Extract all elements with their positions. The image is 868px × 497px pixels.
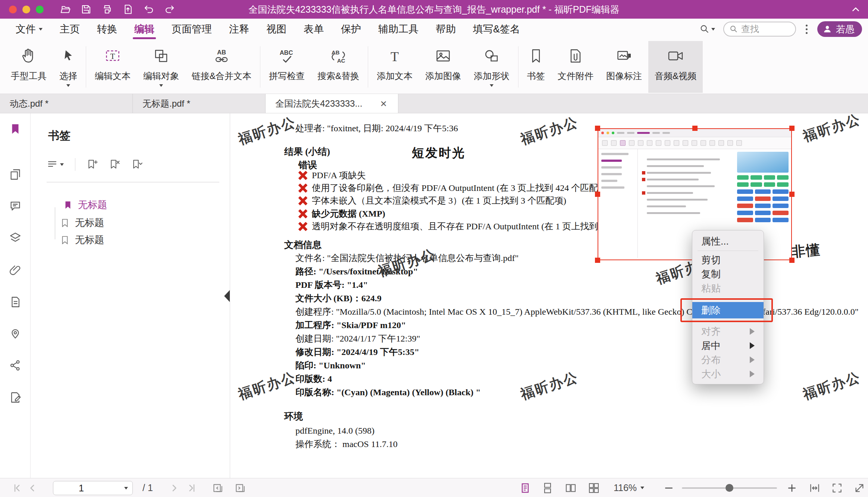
next-page-icon[interactable] xyxy=(169,478,180,497)
tab-document-3-active[interactable]: 全国法院失4233333...× xyxy=(266,94,398,113)
print-icon[interactable] xyxy=(99,2,115,17)
tool-add-image[interactable]: 添加图像 xyxy=(419,41,467,93)
bookmark-item-2[interactable]: 无标题 xyxy=(60,216,104,229)
continuous-view-icon[interactable] xyxy=(542,478,554,497)
search-input[interactable] xyxy=(741,24,786,34)
signature-panel-icon[interactable] xyxy=(6,389,24,406)
tab-document-1[interactable]: 动态.pdf * xyxy=(0,94,133,113)
attachments-panel-icon[interactable] xyxy=(6,261,24,279)
zoom-in-icon[interactable] xyxy=(786,478,798,497)
bookmark-item-1[interactable]: 无标题 xyxy=(63,198,107,211)
tool-edit-object[interactable]: 编辑对象 xyxy=(137,41,185,93)
maximize-window-button[interactable] xyxy=(36,6,44,13)
panel-collapse-handle[interactable] xyxy=(224,290,230,302)
undo-icon[interactable] xyxy=(141,2,157,17)
minimize-window-button[interactable] xyxy=(22,6,30,13)
menu-accessibility[interactable]: 辅助工具 xyxy=(378,19,419,40)
menu-home[interactable]: 主页 xyxy=(60,19,80,40)
first-page-icon[interactable] xyxy=(11,478,22,497)
tool-bookmark[interactable]: 书签 xyxy=(521,41,551,93)
save-icon[interactable] xyxy=(78,2,94,17)
watermark: 福昕办公 xyxy=(800,368,863,404)
docinfo-line: 陷印: "Unknown" xyxy=(295,359,366,371)
tool-select[interactable]: 选择 xyxy=(53,41,84,93)
bookmarks-panel-icon[interactable] xyxy=(6,120,24,138)
menu-view[interactable]: 视图 xyxy=(266,19,286,40)
close-window-button[interactable] xyxy=(9,6,17,13)
tool-audio-video[interactable]: 音频&视频 xyxy=(648,41,703,93)
tool-spellcheck[interactable]: ABC 拼写检查 xyxy=(263,41,311,93)
prev-page-icon[interactable] xyxy=(27,478,38,497)
chevron-down-icon[interactable] xyxy=(124,487,128,490)
menu-form[interactable]: 表单 xyxy=(304,19,324,40)
tool-hand[interactable]: 手型工具 xyxy=(4,41,53,93)
menu-convert[interactable]: 转换 xyxy=(97,19,117,40)
doc-side-text: 非懂 xyxy=(791,240,821,262)
collapse-ribbon-icon[interactable] xyxy=(850,0,861,19)
export-icon[interactable] xyxy=(120,2,136,17)
zoom-slider-knob[interactable] xyxy=(726,484,733,492)
chevron-down-icon xyxy=(39,28,43,31)
document-page: 福昕办公 福昕办公 福昕办公 福昕办公 福昕办公 福昕办公 福昕办公 福昕办公 … xyxy=(231,113,868,478)
previous-view-icon[interactable] xyxy=(212,478,224,497)
redo-icon[interactable] xyxy=(162,2,178,17)
page-number-input[interactable] xyxy=(53,483,109,494)
fit-width-icon[interactable] xyxy=(809,478,821,497)
menu-file[interactable]: 文件 xyxy=(16,19,43,40)
zoom-level-dropdown[interactable]: 116% xyxy=(614,478,644,497)
layers-panel-icon[interactable] xyxy=(6,229,24,247)
selection-handle[interactable] xyxy=(789,258,795,263)
next-view-icon[interactable] xyxy=(234,478,246,497)
tool-add-shape[interactable]: 添加形状 xyxy=(467,41,516,93)
menu-edit[interactable]: 编辑 xyxy=(134,19,154,40)
selection-handle[interactable] xyxy=(595,258,600,263)
fit-page-icon[interactable] xyxy=(831,478,843,497)
tool-add-text[interactable]: T 添加文本 xyxy=(370,41,419,93)
tool-image-annotation[interactable]: 图像标注 xyxy=(600,41,648,93)
selection-handle[interactable] xyxy=(595,192,600,197)
tool-edit-text[interactable]: T 编辑文本 xyxy=(88,41,137,93)
tab-document-2[interactable]: 无标题.pdf * xyxy=(133,94,266,113)
single-page-view-icon[interactable] xyxy=(519,478,531,497)
context-item-properties[interactable]: 属性... xyxy=(692,234,764,248)
share-panel-icon[interactable] xyxy=(6,356,24,374)
context-item-copy[interactable]: 复制 xyxy=(692,267,764,281)
selection-handle[interactable] xyxy=(595,126,600,131)
context-item-delete[interactable]: 删除 xyxy=(692,302,764,318)
menu-fill-sign[interactable]: 填写&签名 xyxy=(473,19,520,40)
tool-search-replace[interactable]: ABAC 搜索&替换 xyxy=(311,41,366,93)
bookmark-list-menu-icon[interactable] xyxy=(47,159,64,170)
destinations-panel-icon[interactable] xyxy=(6,324,24,342)
menu-page-management[interactable]: 页面管理 xyxy=(172,19,212,40)
bookmark-item-3[interactable]: 无标题 xyxy=(60,233,104,246)
tool-file-attachment[interactable]: 文件附件 xyxy=(551,41,600,93)
menu-protect[interactable]: 保护 xyxy=(341,19,361,40)
fullscreen-icon[interactable] xyxy=(853,478,865,497)
zoom-out-icon[interactable] xyxy=(663,478,674,497)
last-page-icon[interactable] xyxy=(187,478,198,497)
menu-comment[interactable]: 注释 xyxy=(229,19,249,40)
error-line: 透明对象不存在透明度组项、且不存在 PDF/A OutputIntent (在 … xyxy=(298,220,646,232)
search-options-icon[interactable] xyxy=(699,24,715,34)
facing-view-icon[interactable] xyxy=(565,478,577,497)
bookmark-delete-icon[interactable] xyxy=(109,159,120,170)
bookmark-expand-icon[interactable] xyxy=(131,159,142,170)
selection-handle[interactable] xyxy=(789,126,795,131)
selection-handle[interactable] xyxy=(789,192,795,197)
context-menu: 属性... 剪切 复制 粘贴 删除 对齐 居中 分布 大小 xyxy=(692,230,764,384)
document-panel-icon[interactable] xyxy=(6,293,24,311)
close-tab-icon[interactable]: × xyxy=(379,98,388,109)
selection-handle[interactable] xyxy=(692,126,698,131)
context-item-center[interactable]: 居中 xyxy=(692,339,764,353)
context-item-cut[interactable]: 剪切 xyxy=(692,253,764,267)
pages-panel-icon[interactable] xyxy=(6,166,24,183)
more-options-icon[interactable] xyxy=(804,23,809,35)
facing-continuous-view-icon[interactable] xyxy=(588,478,600,497)
user-account-button[interactable]: 若愚 xyxy=(817,21,862,37)
open-file-icon[interactable] xyxy=(57,2,73,17)
doc-heading-result: 结果 (小结) xyxy=(284,145,330,158)
bookmark-add-icon[interactable] xyxy=(87,159,98,170)
comments-panel-icon[interactable] xyxy=(6,197,24,215)
tool-link-join-text[interactable]: AB 链接&合并文本 xyxy=(185,41,258,93)
menu-help[interactable]: 帮助 xyxy=(436,19,456,40)
